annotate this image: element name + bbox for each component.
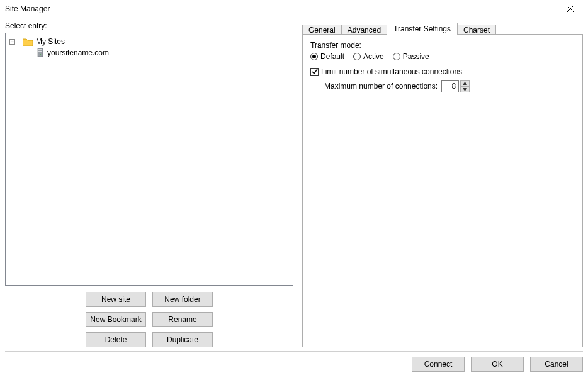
radio-active[interactable]: Active	[353, 52, 384, 61]
rename-button[interactable]: Rename	[152, 312, 213, 327]
spinner-down-button[interactable]	[460, 86, 470, 92]
site-action-buttons: New site New folder New Bookmark Rename …	[5, 292, 293, 347]
close-icon	[567, 6, 574, 12]
radio-icon	[310, 53, 318, 60]
tree-branch-icon	[23, 47, 35, 58]
radio-passive-label: Passive	[403, 52, 429, 61]
new-folder-button[interactable]: New folder	[152, 292, 213, 307]
radio-passive[interactable]: Passive	[393, 52, 429, 61]
delete-button[interactable]: Delete	[86, 332, 146, 347]
limit-connections-label: Limit number of simultaneous connections	[321, 67, 462, 76]
ok-button[interactable]: OK	[471, 357, 524, 372]
svg-marker-6	[463, 82, 467, 85]
duplicate-button[interactable]: Duplicate	[152, 332, 213, 347]
transfer-mode-label: Transfer mode:	[310, 41, 575, 50]
radio-default-label: Default	[320, 52, 344, 61]
svg-rect-3	[38, 49, 42, 50]
radio-default[interactable]: Default	[310, 52, 344, 61]
spinner-up-button[interactable]	[460, 80, 470, 86]
tree-item-row[interactable]: yoursitename.com	[21, 47, 291, 58]
transfer-settings-panel: Transfer mode: Default Active Passive	[302, 34, 583, 347]
svg-marker-7	[463, 88, 467, 91]
window-title: Site Manager	[5, 4, 50, 13]
transfer-mode-radios: Default Active Passive	[310, 52, 575, 61]
radio-icon	[393, 53, 400, 60]
cancel-button[interactable]: Cancel	[530, 357, 583, 372]
site-tree[interactable]: − My Sites	[5, 33, 293, 286]
chevron-down-icon	[463, 88, 467, 91]
right-panel: General Advanced Transfer Settings Chars…	[293, 20, 583, 347]
svg-point-5	[40, 54, 41, 55]
expander-minus-icon[interactable]: −	[9, 39, 15, 45]
tree-root-row[interactable]: − My Sites	[7, 36, 291, 47]
max-connections-label: Maximum number of connections:	[324, 82, 438, 91]
title-bar: Site Manager	[0, 0, 588, 18]
folder-icon	[23, 37, 33, 46]
radio-icon	[353, 53, 361, 60]
max-connections-row: Maximum number of connections:	[324, 80, 575, 92]
dialog-footer: Connect OK Cancel	[5, 351, 583, 372]
svg-rect-4	[38, 51, 42, 52]
close-button[interactable]	[558, 0, 583, 18]
max-connections-input[interactable]	[441, 80, 459, 92]
connect-button[interactable]: Connect	[412, 357, 465, 372]
limit-connections-checkbox[interactable]: Limit number of simultaneous connections	[310, 67, 575, 76]
chevron-up-icon	[463, 82, 467, 85]
checkbox-icon	[310, 68, 319, 76]
tree-connector	[17, 42, 21, 42]
new-bookmark-button[interactable]: New Bookmark	[86, 312, 146, 327]
left-panel: Select entry: − My Sites	[5, 20, 293, 347]
select-entry-label: Select entry:	[5, 21, 293, 30]
server-icon	[37, 48, 44, 57]
tree-item-label: yoursitename.com	[46, 48, 110, 57]
max-connections-spinner	[441, 80, 470, 92]
tab-strip: General Advanced Transfer Settings Chars…	[302, 20, 583, 34]
tab-transfer-settings[interactable]: Transfer Settings	[387, 23, 458, 35]
tree-root-label: My Sites	[35, 37, 66, 46]
new-site-button[interactable]: New site	[86, 292, 146, 307]
radio-active-label: Active	[363, 52, 384, 61]
